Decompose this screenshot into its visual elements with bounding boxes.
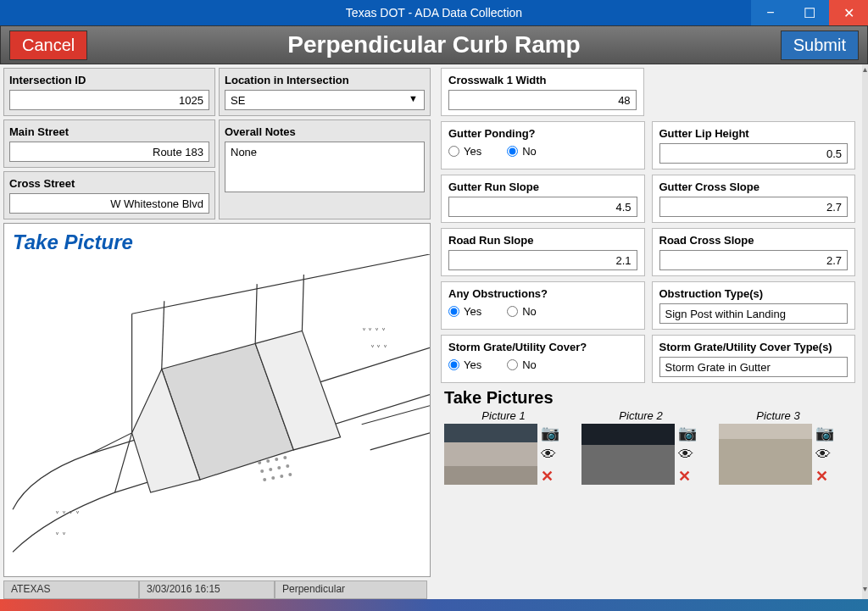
gutter-ponding-no[interactable]: No (507, 145, 537, 158)
road-cross-slope-block: Road Cross Slope (652, 228, 856, 276)
storm-grate-types-label: Storm Grate/Utility Cover Type(s) (659, 341, 849, 353)
overall-notes-label: Overall Notes (225, 125, 425, 138)
storm-grate-no[interactable]: No (507, 358, 537, 371)
cross-street-input[interactable] (9, 193, 209, 214)
svg-point-14 (280, 475, 283, 478)
picture-3-caption: Picture 3 (719, 409, 837, 422)
app-header: Cancel Perpendicular Curb Ramp Submit (0, 25, 868, 64)
main-street-label: Main Street (9, 125, 209, 138)
svg-point-11 (286, 464, 289, 468)
status-user: ATEXAS (3, 580, 139, 599)
gutter-ponding-label: Gutter Ponding? (448, 127, 637, 140)
road-cross-slope-input[interactable] (659, 250, 849, 270)
location-label: Location in Intersection (225, 74, 425, 86)
status-datetime: 3/03/2016 16:15 (139, 580, 275, 599)
svg-text:˅ ˅ ˅: ˅ ˅ ˅ (370, 344, 388, 353)
storm-grate-yes[interactable]: Yes (448, 358, 481, 371)
ramp-diagram-icon: ˅ ˅ ˅ ˅ ˅ ˅ ˅ ˅ ˅ ˅ ˅ ˅ ˅ (4, 254, 430, 569)
gutter-run-slope-label: Gutter Run Slope (448, 181, 637, 193)
gutter-ponding-block: Gutter Ponding? Yes No (441, 121, 645, 169)
svg-point-15 (288, 473, 292, 476)
obstruction-types-input[interactable] (659, 303, 849, 324)
storm-grate-block: Storm Grate/Utility Cover? Yes No (441, 335, 645, 383)
close-button[interactable]: ✕ (829, 0, 868, 25)
svg-point-7 (283, 456, 287, 459)
ramp-diagram-area[interactable]: Take Picture (3, 223, 431, 577)
camera-icon[interactable]: 📷 (541, 424, 559, 442)
take-pictures-title: Take Pictures (441, 388, 855, 408)
window-title: Texas DOT - ADA Data Collection (346, 6, 522, 19)
any-obstructions-no[interactable]: No (507, 305, 537, 318)
svg-text:˅ ˅ ˅ ˅: ˅ ˅ ˅ ˅ (55, 510, 79, 519)
take-picture-label: Take Picture (4, 224, 430, 256)
eye-icon[interactable]: 👁 (541, 446, 559, 464)
status-type: Perpendicular (275, 580, 427, 599)
overall-notes-block: Overall Notes None (219, 119, 431, 219)
window-titlebar: Texas DOT - ADA Data Collection − ☐ ✕ (0, 0, 868, 25)
delete-icon[interactable]: ✕ (678, 467, 697, 486)
gutter-run-slope-input[interactable] (448, 197, 637, 217)
take-pictures-section: Take Pictures Picture 1 📷 👁 ✕ Picture 2 (441, 388, 855, 486)
picture-2-thumb[interactable] (581, 424, 675, 485)
picture-3-item: Picture 3 📷 👁 ✕ (719, 409, 837, 486)
cross-street-block: Cross Street (3, 171, 215, 219)
minimize-button[interactable]: − (751, 0, 790, 25)
page-title: Perpendicular Curb Ramp (287, 31, 580, 58)
obstruction-types-block: Obstruction Type(s) (652, 281, 856, 330)
delete-icon[interactable]: ✕ (541, 467, 559, 486)
road-run-slope-block: Road Run Slope (441, 228, 645, 276)
road-run-slope-input[interactable] (448, 250, 637, 270)
picture-1-item: Picture 1 📷 👁 ✕ (444, 409, 563, 486)
crosswalk1-width-input[interactable] (448, 90, 637, 110)
gutter-cross-slope-input[interactable] (659, 197, 849, 217)
camera-icon[interactable]: 📷 (678, 424, 697, 442)
gutter-lip-height-input[interactable] (659, 143, 849, 164)
cross-street-label: Cross Street (9, 177, 209, 190)
road-cross-slope-label: Road Cross Slope (659, 234, 849, 247)
svg-text:˅ ˅: ˅ ˅ (55, 531, 66, 541)
gutter-ponding-yes[interactable]: Yes (448, 145, 481, 158)
cancel-button[interactable]: Cancel (9, 31, 87, 60)
picture-1-caption: Picture 1 (444, 409, 563, 422)
any-obstructions-yes[interactable]: Yes (448, 305, 481, 318)
eye-icon[interactable]: 👁 (815, 446, 834, 464)
crosswalk1-width-block: Crosswalk 1 Width (441, 68, 644, 116)
main-street-input[interactable] (9, 142, 209, 162)
location-select[interactable] (225, 90, 425, 110)
camera-icon[interactable]: 📷 (815, 424, 834, 442)
delete-icon[interactable]: ✕ (815, 467, 834, 486)
storm-grate-label: Storm Grate/Utility Cover? (448, 341, 637, 353)
scrollbar[interactable]: ▴ ▾ (862, 64, 868, 599)
eye-icon[interactable]: 👁 (678, 446, 697, 464)
gutter-run-slope-block: Gutter Run Slope (441, 175, 645, 223)
statusbar: ATEXAS 3/03/2016 16:15 Perpendicular (3, 580, 431, 599)
gutter-cross-slope-label: Gutter Cross Slope (659, 181, 849, 193)
any-obstructions-label: Any Obstructions? (448, 287, 637, 300)
svg-point-13 (271, 476, 275, 480)
maximize-button[interactable]: ☐ (790, 0, 829, 25)
gutter-cross-slope-block: Gutter Cross Slope (652, 175, 856, 223)
picture-1-thumb[interactable] (444, 424, 537, 485)
svg-point-10 (277, 466, 281, 469)
submit-button[interactable]: Submit (781, 31, 859, 60)
picture-3-thumb[interactable] (719, 424, 812, 485)
svg-point-5 (266, 459, 270, 463)
any-obstructions-block: Any Obstructions? Yes No (441, 281, 645, 330)
main-street-block: Main Street (3, 119, 215, 168)
svg-point-4 (258, 461, 261, 464)
gutter-lip-height-block: Gutter Lip Height (652, 121, 856, 169)
location-block: Location in Intersection (219, 68, 431, 116)
overall-notes-input[interactable]: None (225, 142, 425, 192)
picture-2-item: Picture 2 📷 👁 ✕ (581, 409, 700, 486)
picture-2-caption: Picture 2 (581, 409, 700, 422)
storm-grate-types-input[interactable] (659, 357, 849, 377)
svg-point-12 (263, 478, 266, 481)
svg-text:˅ ˅ ˅ ˅: ˅ ˅ ˅ ˅ (362, 327, 386, 336)
intersection-id-label: Intersection ID (9, 74, 209, 86)
svg-point-8 (260, 469, 264, 473)
crosswalk1-width-label: Crosswalk 1 Width (448, 74, 637, 86)
intersection-id-input[interactable] (9, 90, 209, 110)
storm-grate-types-block: Storm Grate/Utility Cover Type(s) (652, 335, 856, 383)
svg-point-6 (275, 458, 278, 461)
road-run-slope-label: Road Run Slope (448, 234, 637, 247)
